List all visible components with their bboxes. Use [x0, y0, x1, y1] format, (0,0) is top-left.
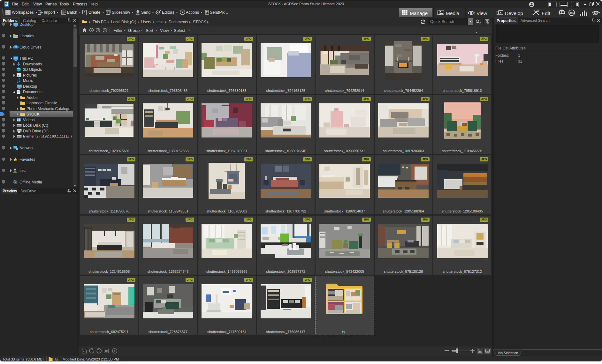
svg-text:365: 365 [569, 11, 574, 15]
